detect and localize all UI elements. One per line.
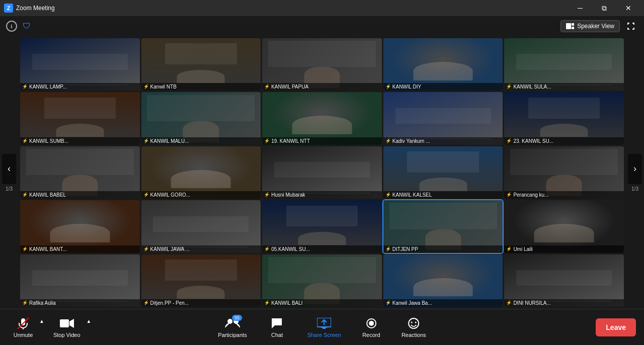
window-title: Zoom Meeting	[16, 5, 55, 12]
stop-video-icon	[60, 316, 74, 330]
fullscreen-button[interactable]	[624, 19, 638, 33]
next-nav: › 1/3	[626, 154, 644, 192]
chat-button[interactable]: Chat	[262, 313, 292, 341]
tile-label: Kadiv Yankum ...	[383, 137, 503, 145]
toolbar-right: Leave	[596, 318, 636, 336]
video-tile[interactable]: KANWIL KALSEL	[383, 146, 503, 199]
video-tile[interactable]: DITJEN PP	[383, 200, 503, 252]
svg-point-6	[227, 319, 232, 324]
video-grid: KANWIL LAMP... Kanwil NTB KANWIL PAPUA K…	[18, 36, 626, 309]
tile-label: Kanwil Jawa Ba...	[383, 299, 503, 307]
tile-label: KANWIL KALSEL	[383, 191, 503, 199]
video-tile[interactable]: KANWIL BABEL	[20, 146, 140, 199]
participants-count: 55	[232, 315, 242, 321]
participants-button[interactable]: 55 Participants	[213, 313, 252, 341]
speaker-view-label: Speaker View	[577, 23, 614, 30]
record-icon	[365, 316, 377, 330]
tile-label: KANWIL JAWA ...	[141, 245, 261, 253]
title-bar: Z Zoom Meeting ─ ⧉ ✕	[0, 0, 644, 16]
video-tile[interactable]: Husni Mubarak	[262, 146, 382, 199]
info-icon[interactable]: ℹ	[6, 21, 17, 32]
tile-label: 19. KANWIL NTT	[262, 137, 382, 145]
share-screen-button[interactable]: Share Screen	[302, 313, 346, 341]
video-tile[interactable]: DINI NURSILA...	[504, 254, 624, 307]
video-tile[interactable]: Umi Laili	[504, 200, 624, 252]
participants-label: Participants	[218, 332, 247, 338]
speaker-view-icon	[566, 23, 574, 29]
video-tile[interactable]: Kanwil NTB	[141, 38, 261, 91]
next-arrow[interactable]: ›	[628, 154, 642, 184]
svg-point-13	[409, 318, 419, 328]
shield-icon[interactable]: 🛡	[21, 21, 32, 32]
tile-label: Umi Laili	[504, 245, 624, 253]
tile-label: 23. KANWIL SU...	[504, 137, 624, 145]
svg-rect-2	[572, 27, 574, 29]
record-button[interactable]: Record	[356, 313, 386, 341]
tile-label: Kanwil NTB	[141, 83, 261, 91]
tile-label: 05.KANWIL SU...	[262, 245, 382, 253]
tile-label: DINI NURSILA...	[504, 299, 624, 307]
top-left-icons: ℹ 🛡	[6, 21, 32, 32]
unmute-caret[interactable]: ▲	[37, 317, 46, 325]
tile-label: Rafika Aulia	[20, 299, 140, 307]
stop-video-button[interactable]: Stop Video	[48, 313, 86, 341]
participants-icon: 55	[225, 316, 240, 330]
tile-label: KANWIL MALU...	[141, 137, 261, 145]
prev-arrow[interactable]: ‹	[2, 154, 16, 184]
video-tile[interactable]: KANWIL BANT...	[20, 200, 140, 252]
video-tile[interactable]: Kadiv Yankum ...	[383, 92, 503, 144]
video-tile[interactable]: KANWIL BALI	[262, 254, 382, 307]
video-tile[interactable]: KANWIL SUMB...	[20, 92, 140, 144]
video-tile[interactable]: Ditjen.PP - Pen...	[141, 254, 261, 307]
unmute-button[interactable]: Unmute	[8, 313, 38, 341]
video-tile[interactable]: 23. KANWIL SU...	[504, 92, 624, 144]
toolbar: Unmute ▲ Stop Video ▲	[0, 309, 644, 345]
tile-label: Husni Mubarak	[262, 191, 382, 199]
share-screen-label: Share Screen	[307, 332, 341, 338]
video-tile[interactable]: KANWIL DIY	[383, 38, 503, 91]
video-tile[interactable]: KANWIL JAWA ...	[141, 200, 261, 252]
next-page-label: 1/3	[631, 186, 638, 192]
zoom-icon: Z	[4, 4, 13, 13]
prev-page-label: 1/3	[6, 186, 13, 192]
video-tile[interactable]: 19. KANWIL NTT	[262, 92, 382, 144]
video-tile[interactable]: KANWIL LAMP...	[20, 38, 140, 91]
title-left: Z Zoom Meeting	[4, 4, 55, 13]
video-tile[interactable]: Kanwil Jawa Ba...	[383, 254, 503, 307]
video-tile[interactable]: KANWIL GORO...	[141, 146, 261, 199]
top-right: Speaker View	[560, 19, 638, 33]
svg-rect-1	[572, 23, 574, 26]
tile-label: KANWIL SUMB...	[20, 137, 140, 145]
speaker-view-button[interactable]: Speaker View	[560, 20, 620, 32]
stop-video-label: Stop Video	[53, 332, 80, 338]
reactions-label: Reactions	[401, 332, 426, 338]
tile-label: KANWIL SULA...	[504, 83, 624, 91]
tile-label: Perancang ku...	[504, 191, 624, 199]
restore-button[interactable]: ⧉	[593, 0, 616, 16]
leave-button[interactable]: Leave	[596, 318, 636, 336]
unmute-label: Unmute	[14, 332, 33, 338]
video-tile[interactable]: KANWIL SULA...	[504, 38, 624, 91]
chat-icon	[271, 316, 283, 330]
reactions-button[interactable]: Reactions	[396, 313, 431, 341]
tile-label: KANWIL LAMP...	[20, 83, 140, 91]
toolbar-center: 55 Participants Chat	[213, 313, 431, 341]
svg-point-14	[411, 322, 413, 323]
video-caret[interactable]: ▲	[85, 317, 94, 325]
record-label: Record	[362, 332, 380, 338]
toolbar-left: Unmute ▲ Stop Video ▲	[8, 313, 93, 341]
reactions-icon	[408, 316, 420, 330]
tile-label: KANWIL BALI	[262, 299, 382, 307]
video-tile[interactable]: KANWIL MALU...	[141, 92, 261, 144]
svg-point-15	[415, 322, 417, 323]
video-tile[interactable]: KANWIL PAPUA	[262, 38, 382, 91]
prev-nav: ‹ 1/3	[0, 154, 18, 192]
tile-label: Ditjen.PP - Pen...	[141, 299, 261, 307]
video-tile[interactable]: Perancang ku...	[504, 146, 624, 199]
minimize-button[interactable]: ─	[569, 0, 592, 16]
tile-label: DITJEN PP	[383, 245, 503, 253]
close-button[interactable]: ✕	[617, 0, 640, 16]
svg-rect-10	[323, 328, 326, 329]
video-tile[interactable]: Rafika Aulia	[20, 254, 140, 307]
video-tile[interactable]: 05.KANWIL SU...	[262, 200, 382, 252]
